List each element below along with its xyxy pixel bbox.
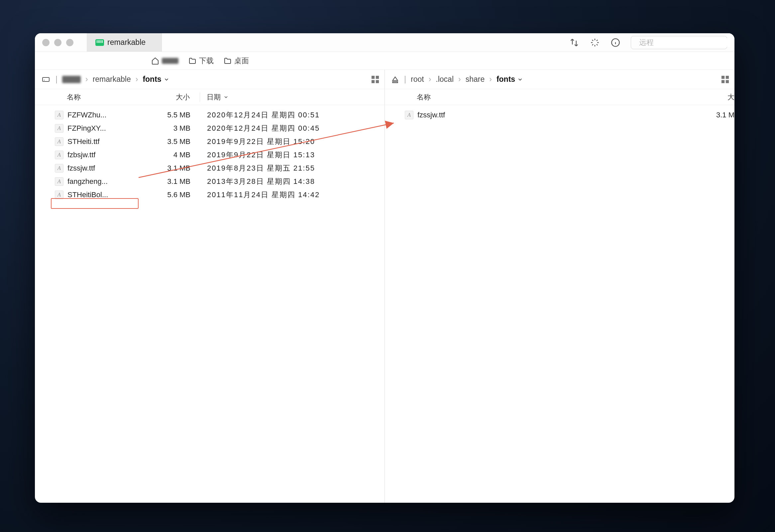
breadcrumb-separator: | — [404, 75, 407, 84]
file-size: 3.1 MB — [144, 177, 200, 186]
search-input[interactable] — [639, 38, 730, 47]
file-name: fangzheng... — [67, 177, 144, 186]
local-breadcrumb: | › remarkable › fonts — [35, 70, 384, 89]
remote-breadcrumb: | root › .local › share › fonts — [385, 70, 734, 89]
chevron-down-icon — [223, 94, 229, 100]
svg-rect-8 — [722, 76, 725, 78]
file-date: 2013年3月28日 星期四 14:38 — [200, 176, 384, 186]
transfer-activity-icon[interactable] — [569, 37, 580, 48]
file-name: fzbsjw.ttf — [67, 151, 144, 159]
svg-rect-11 — [726, 80, 728, 83]
font-file-icon: A — [55, 124, 63, 133]
favorite-desktop[interactable]: 桌面 — [224, 56, 249, 66]
file-date: 2019年9月22日 星期日 15:20 — [200, 137, 384, 147]
file-row[interactable]: AFZPingXY...3 MB2020年12月24日 星期四 00:45 — [35, 122, 384, 135]
svg-rect-6 — [376, 80, 378, 83]
breadcrumb-item[interactable]: share — [466, 75, 485, 84]
breadcrumb-current[interactable]: fonts — [497, 75, 523, 84]
file-transfer-window: remarkable 下载 — [35, 33, 734, 503]
local-column-headers: 名称 大小 日期 — [35, 89, 384, 105]
breadcrumb-separator: | — [55, 75, 58, 84]
favorite-downloads[interactable]: 下载 — [188, 56, 214, 66]
file-size: 3 MB — [144, 124, 200, 133]
file-name: fzssjw.ttf — [67, 164, 144, 172]
file-row[interactable]: Afzssjw.ttf3.1 MB2019年8月23日 星期五 21:55 — [35, 161, 384, 175]
column-header-name[interactable]: 名称 — [67, 92, 143, 102]
file-row[interactable]: ASTHeitiBol...5.6 MB2011年11月24日 星期四 14:4… — [35, 188, 384, 201]
panes: | › remarkable › fonts 名称 大小 日期 — [35, 70, 734, 503]
breadcrumb-chevron-icon: › — [458, 75, 462, 84]
svg-rect-3 — [372, 76, 374, 78]
redacted-breadcrumb[interactable] — [62, 76, 81, 83]
column-header-name[interactable]: 名称 — [417, 92, 705, 102]
chevron-down-icon — [163, 76, 169, 82]
window-controls — [35, 39, 73, 46]
file-size: 4 MB — [144, 151, 200, 159]
file-size: 5.5 MB — [144, 111, 200, 119]
sync-icon[interactable] — [590, 37, 600, 48]
font-file-icon: A — [55, 111, 63, 119]
file-row[interactable]: Afzssjw.ttf3.1 M — [385, 108, 734, 122]
view-mode-toggle[interactable] — [370, 75, 380, 84]
breadcrumb-item[interactable]: remarkable — [93, 75, 131, 84]
titlebar: remarkable — [35, 33, 734, 52]
remote-column-headers: 名称 大 — [385, 89, 734, 105]
remote-file-list[interactable]: Afzssjw.ttf3.1 M — [385, 105, 734, 503]
svg-rect-7 — [393, 81, 398, 82]
svg-rect-10 — [722, 80, 725, 83]
file-size: 3.1 M — [705, 111, 734, 119]
view-mode-toggle[interactable] — [721, 75, 730, 84]
svg-rect-5 — [372, 80, 374, 83]
favorite-label: 下载 — [199, 56, 214, 66]
font-file-icon: A — [405, 111, 414, 119]
file-row[interactable]: Afzbsjw.ttf4 MB2019年9月22日 星期日 15:13 — [35, 148, 384, 161]
svg-rect-9 — [726, 76, 728, 78]
favorites-bar: 下载 桌面 — [35, 52, 734, 70]
tab-label: remarkable — [107, 38, 145, 47]
remote-pane: | root › .local › share › fonts 名称 大 Af — [385, 70, 734, 503]
column-header-size[interactable]: 大 — [705, 92, 734, 102]
file-name: STHeiti.ttf — [67, 137, 144, 146]
file-size: 5.6 MB — [144, 190, 200, 199]
local-pane: | › remarkable › fonts 名称 大小 日期 — [35, 70, 385, 503]
close-window-button[interactable] — [42, 39, 49, 46]
info-icon[interactable] — [610, 37, 621, 48]
eject-icon[interactable] — [391, 75, 400, 84]
file-row[interactable]: Afangzheng...3.1 MB2013年3月28日 星期四 14:38 — [35, 175, 384, 188]
tab-bar: remarkable — [87, 33, 162, 52]
file-date: 2020年12月24日 星期四 00:51 — [200, 110, 384, 120]
search-input-container[interactable] — [631, 36, 727, 49]
favorite-label: 桌面 — [234, 56, 249, 66]
toolbar-right — [569, 36, 734, 49]
file-date: 2011年11月24日 星期四 14:42 — [200, 190, 384, 200]
home-icon — [151, 57, 159, 65]
column-header-date[interactable]: 日期 — [200, 92, 384, 102]
file-size: 3.1 MB — [144, 164, 200, 172]
font-file-icon: A — [55, 164, 63, 172]
file-name: FZPingXY... — [67, 124, 144, 133]
svg-rect-4 — [376, 76, 378, 78]
file-size: 3.5 MB — [144, 137, 200, 146]
breadcrumb-item[interactable]: .local — [436, 75, 454, 84]
tab-remarkable[interactable]: remarkable — [87, 33, 162, 52]
file-name: FZFWZhu... — [67, 111, 144, 119]
breadcrumb-chevron-icon: › — [489, 75, 493, 84]
minimize-window-button[interactable] — [54, 39, 61, 46]
chevron-down-icon — [517, 76, 523, 82]
favorite-home[interactable] — [151, 57, 178, 65]
column-header-size[interactable]: 大小 — [143, 92, 200, 102]
connection-icon — [95, 39, 104, 46]
file-row[interactable]: ASTHeiti.ttf3.5 MB2019年9月22日 星期日 15:20 — [35, 135, 384, 148]
maximize-window-button[interactable] — [66, 39, 73, 46]
breadcrumb-current[interactable]: fonts — [143, 75, 169, 84]
breadcrumb-chevron-icon: › — [135, 75, 139, 84]
local-file-list[interactable]: AFZFWZhu...5.5 MB2020年12月24日 星期四 00:51AF… — [35, 105, 384, 503]
font-file-icon: A — [55, 151, 63, 159]
folder-icon — [188, 57, 196, 65]
breadcrumb-chevron-icon: › — [428, 75, 432, 84]
breadcrumb-item[interactable]: root — [411, 75, 424, 84]
file-row[interactable]: AFZFWZhu...5.5 MB2020年12月24日 星期四 00:51 — [35, 108, 384, 122]
local-disk-icon[interactable] — [41, 75, 51, 83]
font-file-icon: A — [55, 177, 63, 186]
file-name: fzssjw.ttf — [418, 111, 705, 119]
